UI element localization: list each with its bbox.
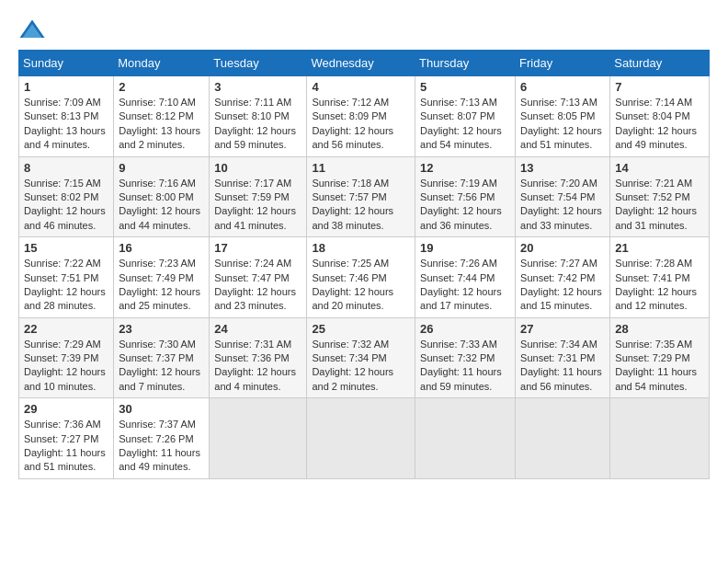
calendar-cell: 9 Sunrise: 7:16 AM Sunset: 8:00 PM Dayli… [114, 156, 210, 237]
week-row-1: 1 Sunrise: 7:09 AM Sunset: 8:13 PM Dayli… [19, 76, 710, 157]
day-info: Sunrise: 7:33 AM Sunset: 7:32 PM Dayligh… [420, 338, 510, 395]
day-number: 29 [24, 402, 108, 416]
week-row-5: 29 Sunrise: 7:36 AM Sunset: 7:27 PM Dayl… [19, 398, 710, 479]
day-number: 3 [214, 80, 301, 94]
day-number: 30 [119, 402, 204, 416]
day-info: Sunrise: 7:31 AM Sunset: 7:36 PM Dayligh… [214, 338, 301, 395]
day-info: Sunrise: 7:13 AM Sunset: 8:05 PM Dayligh… [520, 96, 605, 153]
day-number: 13 [520, 161, 605, 175]
day-info: Sunrise: 7:22 AM Sunset: 7:51 PM Dayligh… [24, 257, 108, 314]
calendar-cell: 27 Sunrise: 7:34 AM Sunset: 7:31 PM Dayl… [516, 317, 610, 398]
header-monday: Monday [114, 51, 210, 76]
day-info: Sunrise: 7:18 AM Sunset: 7:57 PM Dayligh… [312, 177, 410, 234]
day-number: 20 [520, 241, 605, 255]
calendar-cell [516, 398, 610, 479]
day-number: 27 [520, 322, 605, 336]
day-number: 7 [615, 80, 704, 94]
week-row-3: 15 Sunrise: 7:22 AM Sunset: 7:51 PM Dayl… [19, 237, 710, 318]
day-info: Sunrise: 7:23 AM Sunset: 7:49 PM Dayligh… [119, 257, 204, 314]
calendar-cell: 10 Sunrise: 7:17 AM Sunset: 7:59 PM Dayl… [210, 156, 307, 237]
day-number: 1 [24, 80, 108, 94]
day-info: Sunrise: 7:17 AM Sunset: 7:59 PM Dayligh… [214, 177, 301, 234]
header-friday: Friday [516, 51, 610, 76]
day-info: Sunrise: 7:16 AM Sunset: 8:00 PM Dayligh… [119, 177, 204, 234]
day-info: Sunrise: 7:21 AM Sunset: 7:52 PM Dayligh… [615, 177, 704, 234]
header [18, 18, 710, 40]
day-number: 25 [312, 322, 410, 336]
calendar-cell: 28 Sunrise: 7:35 AM Sunset: 7:29 PM Dayl… [610, 317, 710, 398]
header-thursday: Thursday [415, 51, 516, 76]
day-info: Sunrise: 7:09 AM Sunset: 8:13 PM Dayligh… [24, 96, 108, 153]
day-number: 24 [214, 322, 301, 336]
day-number: 21 [615, 241, 704, 255]
day-number: 11 [312, 161, 410, 175]
calendar-cell: 29 Sunrise: 7:36 AM Sunset: 7:27 PM Dayl… [19, 398, 114, 479]
day-number: 15 [24, 241, 108, 255]
day-info: Sunrise: 7:32 AM Sunset: 7:34 PM Dayligh… [312, 338, 410, 395]
calendar-cell: 6 Sunrise: 7:13 AM Sunset: 8:05 PM Dayli… [516, 76, 610, 157]
calendar-cell: 18 Sunrise: 7:25 AM Sunset: 7:46 PM Dayl… [307, 237, 415, 318]
day-info: Sunrise: 7:34 AM Sunset: 7:31 PM Dayligh… [520, 338, 605, 395]
header-sunday: Sunday [19, 51, 114, 76]
calendar-cell: 5 Sunrise: 7:13 AM Sunset: 8:07 PM Dayli… [415, 76, 516, 157]
week-row-2: 8 Sunrise: 7:15 AM Sunset: 8:02 PM Dayli… [19, 156, 710, 237]
day-number: 17 [214, 241, 301, 255]
header-wednesday: Wednesday [307, 51, 415, 76]
day-info: Sunrise: 7:12 AM Sunset: 8:09 PM Dayligh… [312, 96, 410, 153]
calendar-cell: 19 Sunrise: 7:26 AM Sunset: 7:44 PM Dayl… [415, 237, 516, 318]
day-number: 26 [420, 322, 510, 336]
day-info: Sunrise: 7:10 AM Sunset: 8:12 PM Dayligh… [119, 96, 204, 153]
day-number: 14 [615, 161, 704, 175]
day-number: 23 [119, 322, 204, 336]
header-tuesday: Tuesday [210, 51, 307, 76]
day-number: 22 [24, 322, 108, 336]
header-saturday: Saturday [610, 51, 710, 76]
day-info: Sunrise: 7:19 AM Sunset: 7:56 PM Dayligh… [420, 177, 510, 234]
day-info: Sunrise: 7:11 AM Sunset: 8:10 PM Dayligh… [214, 96, 301, 153]
day-info: Sunrise: 7:28 AM Sunset: 7:41 PM Dayligh… [615, 257, 704, 314]
calendar-cell: 2 Sunrise: 7:10 AM Sunset: 8:12 PM Dayli… [114, 76, 210, 157]
calendar-cell: 4 Sunrise: 7:12 AM Sunset: 8:09 PM Dayli… [307, 76, 415, 157]
day-info: Sunrise: 7:37 AM Sunset: 7:26 PM Dayligh… [119, 418, 204, 475]
day-number: 28 [615, 322, 704, 336]
day-info: Sunrise: 7:25 AM Sunset: 7:46 PM Dayligh… [312, 257, 410, 314]
day-number: 6 [520, 80, 605, 94]
logo [18, 18, 50, 40]
day-info: Sunrise: 7:30 AM Sunset: 7:37 PM Dayligh… [119, 338, 204, 395]
calendar-cell [210, 398, 307, 479]
day-info: Sunrise: 7:24 AM Sunset: 7:47 PM Dayligh… [214, 257, 301, 314]
day-number: 16 [119, 241, 204, 255]
calendar-cell: 14 Sunrise: 7:21 AM Sunset: 7:52 PM Dayl… [610, 156, 710, 237]
calendar-cell [415, 398, 516, 479]
day-info: Sunrise: 7:35 AM Sunset: 7:29 PM Dayligh… [615, 338, 704, 395]
calendar-cell: 1 Sunrise: 7:09 AM Sunset: 8:13 PM Dayli… [19, 76, 114, 157]
day-number: 5 [420, 80, 510, 94]
day-info: Sunrise: 7:13 AM Sunset: 8:07 PM Dayligh… [420, 96, 510, 153]
calendar-cell: 7 Sunrise: 7:14 AM Sunset: 8:04 PM Dayli… [610, 76, 710, 157]
calendar-cell: 8 Sunrise: 7:15 AM Sunset: 8:02 PM Dayli… [19, 156, 114, 237]
calendar-cell: 21 Sunrise: 7:28 AM Sunset: 7:41 PM Dayl… [610, 237, 710, 318]
week-row-4: 22 Sunrise: 7:29 AM Sunset: 7:39 PM Dayl… [19, 317, 710, 398]
calendar-table: SundayMondayTuesdayWednesdayThursdayFrid… [18, 50, 710, 479]
calendar-cell: 22 Sunrise: 7:29 AM Sunset: 7:39 PM Dayl… [19, 317, 114, 398]
calendar-cell: 12 Sunrise: 7:19 AM Sunset: 7:56 PM Dayl… [415, 156, 516, 237]
calendar-cell: 25 Sunrise: 7:32 AM Sunset: 7:34 PM Dayl… [307, 317, 415, 398]
calendar-cell: 23 Sunrise: 7:30 AM Sunset: 7:37 PM Dayl… [114, 317, 210, 398]
day-info: Sunrise: 7:29 AM Sunset: 7:39 PM Dayligh… [24, 338, 108, 395]
calendar-cell: 30 Sunrise: 7:37 AM Sunset: 7:26 PM Dayl… [114, 398, 210, 479]
logo-icon [18, 18, 46, 40]
calendar-cell: 13 Sunrise: 7:20 AM Sunset: 7:54 PM Dayl… [516, 156, 610, 237]
day-info: Sunrise: 7:14 AM Sunset: 8:04 PM Dayligh… [615, 96, 704, 153]
day-info: Sunrise: 7:20 AM Sunset: 7:54 PM Dayligh… [520, 177, 605, 234]
calendar-cell: 24 Sunrise: 7:31 AM Sunset: 7:36 PM Dayl… [210, 317, 307, 398]
day-info: Sunrise: 7:27 AM Sunset: 7:42 PM Dayligh… [520, 257, 605, 314]
day-number: 19 [420, 241, 510, 255]
day-number: 12 [420, 161, 510, 175]
calendar-cell: 3 Sunrise: 7:11 AM Sunset: 8:10 PM Dayli… [210, 76, 307, 157]
day-info: Sunrise: 7:36 AM Sunset: 7:27 PM Dayligh… [24, 418, 108, 475]
calendar-cell: 15 Sunrise: 7:22 AM Sunset: 7:51 PM Dayl… [19, 237, 114, 318]
calendar-header-row: SundayMondayTuesdayWednesdayThursdayFrid… [19, 51, 710, 76]
day-info: Sunrise: 7:26 AM Sunset: 7:44 PM Dayligh… [420, 257, 510, 314]
day-number: 2 [119, 80, 204, 94]
calendar-cell: 26 Sunrise: 7:33 AM Sunset: 7:32 PM Dayl… [415, 317, 516, 398]
